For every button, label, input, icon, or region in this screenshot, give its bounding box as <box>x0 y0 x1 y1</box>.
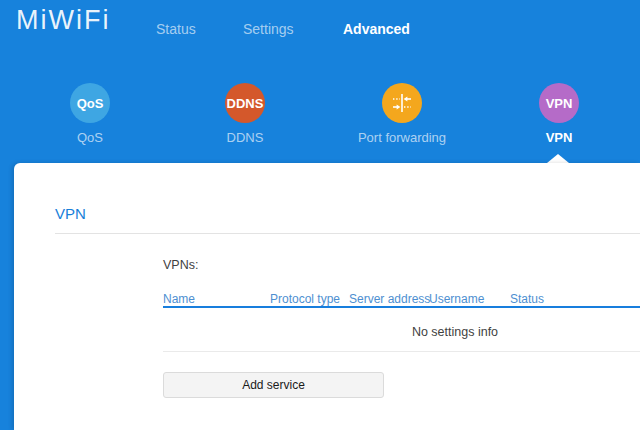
quick-nav-label: DDNS <box>227 130 264 145</box>
page-title: VPN <box>55 205 86 222</box>
vpns-section-label: VPNs: <box>163 258 198 272</box>
miwifi-admin-page: { "brand": "MiWiFi", "nav": { "items": [… <box>0 0 640 430</box>
column-header-protocol-type: Protocol type <box>270 292 340 306</box>
empty-table-message: No settings info <box>412 325 498 339</box>
ddns-icon: DDNS <box>225 83 265 123</box>
nav-item-settings[interactable]: Settings <box>243 21 294 37</box>
vpn-icon: VPN <box>539 83 579 123</box>
table-row-divider <box>163 351 640 352</box>
quick-nav-qos[interactable]: QoS QoS <box>30 83 150 145</box>
quick-nav-label: Port forwarding <box>358 130 446 145</box>
table-header-divider <box>163 306 640 308</box>
nav-item-status[interactable]: Status <box>156 21 196 37</box>
port-forwarding-icon <box>382 83 422 123</box>
add-service-button[interactable]: Add service <box>163 372 384 398</box>
quick-nav-port-forwarding[interactable]: Port forwarding <box>342 83 462 145</box>
miwifi-logo: MiWiFi <box>16 5 110 36</box>
quick-nav-label: QoS <box>77 130 103 145</box>
title-divider <box>55 233 640 234</box>
vpn-panel: VPN VPNs: Name Protocol type Server addr… <box>14 163 640 430</box>
column-header-server-address: Server address <box>349 292 430 306</box>
column-header-username: Username <box>429 292 484 306</box>
top-navigation-bar: MiWiFi Status Settings Advanced <box>0 0 640 55</box>
column-header-name: Name <box>163 292 195 306</box>
quick-nav-ddns[interactable]: DDNS DDNS <box>185 83 305 145</box>
column-header-status: Status <box>510 292 544 306</box>
quick-nav-vpn[interactable]: VPN VPN <box>499 83 619 145</box>
qos-icon: QoS <box>70 83 110 123</box>
panel-notch <box>547 154 569 163</box>
quick-nav-label: VPN <box>546 130 573 145</box>
nav-item-advanced[interactable]: Advanced <box>343 21 410 37</box>
